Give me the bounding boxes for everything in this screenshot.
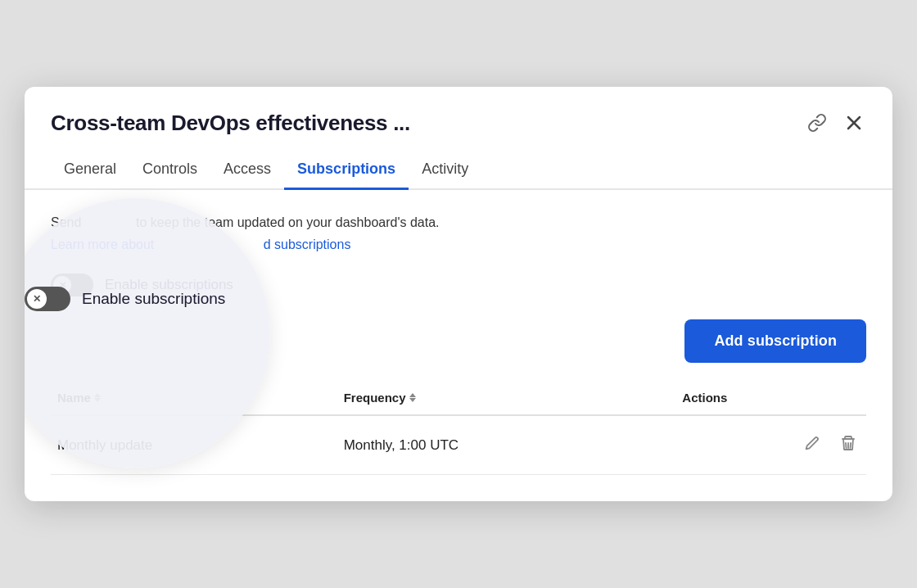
tab-controls[interactable]: Controls — [129, 151, 210, 190]
enable-subscriptions-toggle[interactable]: ✕ — [51, 274, 93, 296]
svg-line-4 — [851, 443, 852, 448]
table-body: Monthly update Monthly, 1:00 UTC — [51, 415, 866, 475]
tabs-bar: General Controls Access Subscriptions Ac… — [25, 151, 892, 190]
learn-more-suffix-link[interactable]: d subscriptions — [264, 237, 351, 251]
row-name-cell: Monthly update — [51, 415, 337, 475]
toggle-row: ✕ Enable subscriptions — [51, 274, 866, 296]
learn-more-row: Learn more about d subscriptions — [51, 237, 866, 252]
row-frequency-cell: Monthly, 1:00 UTC — [337, 415, 676, 475]
toggle-label: Enable subscriptions — [105, 277, 233, 293]
table-header-row: Name Frequency — [51, 382, 866, 415]
close-icon — [845, 114, 863, 132]
row-name: Monthly update — [57, 437, 152, 453]
link-icon — [807, 113, 827, 133]
modal-header: Cross-team DevOps effectiveness ... — [25, 87, 892, 136]
trash-icon — [840, 434, 856, 452]
table-row: Monthly update Monthly, 1:00 UTC — [51, 415, 866, 475]
freq-sort-up-icon — [409, 393, 416, 397]
col-name-sort[interactable]: Name — [57, 391, 331, 405]
col-name-label: Name — [57, 391, 91, 405]
col-actions: Actions — [675, 382, 866, 415]
toggle-x-icon: ✕ — [59, 281, 66, 290]
modal-container: Cross-team DevOps effectiveness ... Gene… — [25, 87, 892, 501]
freq-sort-icon — [409, 393, 416, 402]
sort-down-icon — [94, 398, 101, 402]
add-subscription-button[interactable]: Add subscription — [684, 319, 866, 363]
toggle-thumb: ✕ — [53, 276, 71, 294]
learn-more-link[interactable]: Learn more about — [51, 237, 158, 251]
tab-general[interactable]: General — [51, 151, 129, 190]
tab-activity[interactable]: Activity — [409, 151, 481, 190]
delete-button[interactable] — [837, 431, 860, 459]
toggle-x-icon-magnified: ✕ — [33, 293, 41, 305]
col-name: Name — [51, 382, 337, 415]
subscriptions-table: Name Frequency — [51, 382, 866, 475]
edit-icon — [804, 435, 820, 451]
edit-button[interactable] — [801, 432, 824, 459]
description-end: to keep the team updated on your dashboa… — [136, 215, 439, 229]
modal-title: Cross-team DevOps effectiveness ... — [51, 111, 410, 136]
description-text: Send to keep the team updated on your da… — [51, 213, 866, 233]
header-icons — [804, 110, 866, 136]
row-actions — [682, 431, 860, 459]
toggle-thumb-magnified: ✕ — [27, 289, 47, 309]
description-start: Send — [51, 215, 81, 229]
tab-access[interactable]: Access — [210, 151, 284, 190]
sort-up-icon — [94, 393, 101, 397]
row-actions-cell — [675, 415, 866, 475]
row-frequency: Monthly, 1:00 UTC — [344, 437, 458, 453]
table-header: Name Frequency — [51, 382, 866, 415]
col-actions-label: Actions — [682, 391, 727, 405]
svg-line-3 — [846, 443, 847, 448]
tab-subscriptions[interactable]: Subscriptions — [284, 151, 409, 190]
name-sort-icon — [94, 393, 101, 402]
link-button[interactable] — [804, 110, 830, 136]
learn-more-suffix: d subscriptions — [264, 237, 351, 251]
learn-more-text: Learn more about — [51, 237, 154, 251]
modal-body: ✕ Enable subscriptions Send to keep the … — [25, 190, 892, 501]
col-frequency-label: Frequency — [344, 391, 406, 405]
close-button[interactable] — [842, 111, 866, 135]
toggle-track: ✕ — [51, 274, 93, 296]
col-frequency: Frequency — [337, 382, 676, 415]
col-freq-sort[interactable]: Frequency — [344, 391, 670, 405]
freq-sort-down-icon — [409, 398, 416, 402]
add-button-row: Add subscription — [51, 319, 866, 363]
